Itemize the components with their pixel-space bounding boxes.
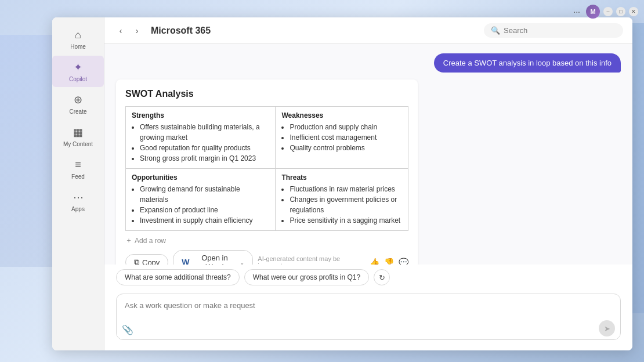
app-window: ⌂ Home ✦ Copilot ⊕ Create ▦ My Content ≡… [52, 17, 632, 350]
swot-card: SWOT Analysis Strengths Offers sustainab… [116, 79, 418, 265]
suggestion-chip-profits[interactable]: What were our gross profits in Q1? [244, 269, 369, 285]
list-item: Strong gross profit margin in Q1 2023 [140, 153, 269, 164]
sidebar: ⌂ Home ✦ Copilot ⊕ Create ▦ My Content ≡… [52, 17, 104, 350]
suggestion-chip-threats[interactable]: What are some additional threats? [116, 269, 240, 285]
back-button[interactable]: ‹ [114, 24, 128, 38]
add-row-button[interactable]: ＋ Add a row [125, 236, 408, 245]
list-item: Investment in supply chain efficiency [140, 215, 269, 226]
main-content: ‹ › Microsoft 365 🔍 Create a SWOT analys… [104, 17, 632, 350]
word-icon: W [182, 258, 189, 265]
swot-threats-cell: Threats Fluctuations in raw material pri… [276, 169, 408, 231]
list-item: Good reputation for quality products [140, 143, 269, 153]
refresh-button[interactable]: ↻ [374, 269, 390, 285]
list-item: Changes in government policies or regula… [290, 194, 402, 215]
add-row-label: Add a row [135, 237, 166, 245]
suggestions-row: What are some additional threats? What w… [104, 265, 632, 288]
copy-icon: ⧉ [134, 258, 139, 265]
suggestion-text: What were our gross profits in Q1? [253, 273, 360, 281]
swot-title: SWOT Analysis [125, 89, 408, 99]
maximize-button[interactable]: □ [616, 7, 625, 16]
chat-area: Create a SWOT analysis in loop based on … [104, 44, 632, 265]
forward-button[interactable]: › [130, 24, 144, 38]
sidebar-label-create: Create [69, 108, 86, 115]
strengths-list: Offers sustainable building materials, a… [132, 122, 269, 164]
list-item: Expansion of product line [140, 205, 269, 215]
thumbs-up-icon[interactable]: 👍 [370, 258, 379, 265]
nav-arrows: ‹ › [114, 24, 144, 38]
copy-button[interactable]: ⧉ Copy [125, 254, 168, 265]
threats-list: Fluctuations in raw material prices Chan… [281, 184, 402, 226]
opportunities-list: Growing demand for sustainable materials… [132, 184, 269, 226]
plus-icon: ＋ [125, 236, 132, 245]
user-message-text: Create a SWOT analysis in loop based on … [443, 59, 612, 67]
search-bar[interactable]: 🔍 [484, 23, 623, 38]
swot-table: Strengths Offers sustainable building ma… [125, 106, 408, 231]
sidebar-label-apps: Apps [71, 206, 85, 212]
search-icon: 🔍 [491, 26, 500, 35]
sidebar-item-copilot[interactable]: ✦ Copilot [52, 56, 104, 87]
input-wrapper: 📎 ➤ [116, 294, 621, 342]
input-bottom-row: 📎 [116, 321, 621, 339]
weaknesses-list: Production and supply chain Inefficient … [281, 122, 402, 153]
swot-strengths-cell: Strengths Offers sustainable building ma… [126, 107, 276, 169]
copilot-icon: ✦ [71, 60, 85, 74]
open-word-label: Open in Word [193, 254, 237, 265]
strengths-header: Strengths [132, 111, 269, 120]
list-item: Price sensitivity in a sagging market [290, 215, 402, 226]
comment-icon[interactable]: 💬 [399, 258, 408, 265]
attach-button[interactable]: 📎 [122, 324, 133, 335]
send-button[interactable]: ➤ [599, 320, 615, 336]
sidebar-label-my-content: My Content [63, 141, 93, 147]
threats-header: Threats [281, 173, 402, 182]
thumbs-down-icon[interactable]: 👎 [384, 258, 394, 265]
sidebar-label-copilot: Copilot [69, 76, 87, 82]
list-item: Inefficient cost management [290, 132, 402, 143]
page-title: Microsoft 365 [151, 26, 211, 36]
swot-weaknesses-cell: Weaknesses Production and supply chain I… [276, 107, 408, 169]
swot-opportunities-cell: Opportunities Growing demand for sustain… [126, 169, 276, 231]
minimize-button[interactable]: – [603, 7, 613, 16]
attach-icon: 📎 [122, 325, 133, 335]
sidebar-label-feed: Feed [71, 173, 85, 180]
sidebar-label-home: Home [70, 44, 86, 50]
sidebar-item-feed[interactable]: ≡ Feed [52, 153, 104, 184]
copy-label: Copy [142, 258, 160, 265]
list-item: Fluctuations in raw material prices [290, 184, 402, 194]
search-input[interactable] [504, 26, 616, 35]
create-icon: ⊕ [71, 93, 85, 107]
home-icon: ⌂ [71, 28, 85, 42]
send-icon: ➤ [604, 324, 610, 333]
list-item: Quality control problems [290, 143, 402, 153]
feed-icon: ≡ [71, 158, 85, 172]
action-row: ⧉ Copy W Open in Word ⌄ AI-generated con… [125, 250, 408, 265]
suggestion-text: What are some additional threats? [125, 273, 231, 281]
my-content-icon: ▦ [71, 125, 85, 139]
chevron-down-icon: ⌄ [240, 259, 244, 265]
input-area: 📎 ➤ [104, 288, 632, 350]
feedback-icons: 👍 👎 💬 [370, 258, 408, 265]
sidebar-item-create[interactable]: ⊕ Create [52, 88, 104, 120]
weaknesses-header: Weaknesses [281, 111, 402, 120]
apps-icon: ⋯ [71, 190, 85, 204]
list-item: Offers sustainable building materials, a… [140, 122, 269, 143]
sidebar-item-apps[interactable]: ⋯ Apps [52, 186, 104, 217]
close-button[interactable]: ✕ [629, 7, 638, 16]
list-item: Production and supply chain [290, 122, 402, 132]
more-options-icon[interactable]: ··· [573, 7, 580, 16]
refresh-icon: ↻ [379, 273, 385, 282]
open-in-word-button[interactable]: W Open in Word ⌄ [173, 250, 253, 265]
opportunities-header: Opportunities [132, 173, 269, 182]
app-header: ‹ › Microsoft 365 🔍 [104, 17, 632, 44]
sidebar-item-my-content[interactable]: ▦ My Content [52, 121, 104, 152]
ai-disclaimer: AI-generated content may be incorrect. [258, 255, 365, 265]
user-message: Create a SWOT analysis in loop based on … [434, 53, 621, 73]
list-item: Growing demand for sustainable materials [140, 184, 269, 205]
user-avatar: M [586, 5, 600, 19]
sidebar-item-home[interactable]: ⌂ Home [52, 23, 104, 55]
